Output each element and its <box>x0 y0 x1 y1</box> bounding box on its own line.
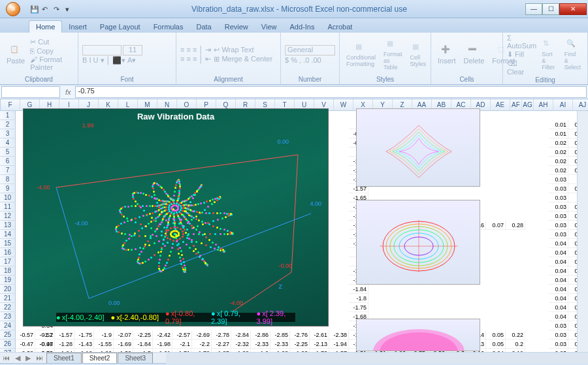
sheet-tab-1[interactable]: Sheet1 <box>46 353 82 363</box>
cell[interactable]: -1.94 <box>329 340 349 349</box>
row-header[interactable]: 27 <box>0 349 16 352</box>
cell[interactable]: -2.27 <box>212 340 231 349</box>
cell[interactable]: 0.2 <box>506 340 525 349</box>
tab-page-layout[interactable]: Page Layout <box>93 21 147 33</box>
cell[interactable]: -1.98 <box>153 340 172 349</box>
cell[interactable]: -2.84 <box>231 330 251 340</box>
close-button[interactable]: ✕ <box>559 3 587 15</box>
cell[interactable]: 0.04 <box>549 312 568 321</box>
cell[interactable]: 0.05 <box>486 340 506 349</box>
row-header[interactable]: 23 <box>0 312 16 321</box>
autosum-button[interactable]: Σ AutoSum <box>507 34 536 50</box>
cell[interactable]: -1.79 <box>192 349 212 352</box>
cell[interactable]: -2.78 <box>212 330 231 340</box>
cell[interactable]: 0.07 <box>486 221 506 230</box>
row-header[interactable]: 13 <box>0 221 16 230</box>
minimize-button[interactable]: — <box>525 3 542 15</box>
cell[interactable]: -1.9 <box>94 330 114 340</box>
row-header[interactable]: 10 <box>0 193 16 202</box>
office-button[interactable]: ⊞ <box>0 0 26 18</box>
col-header[interactable]: AJ <box>573 99 588 110</box>
cell[interactable]: -0.57 <box>16 330 35 340</box>
copy-button[interactable]: ⎘ Copy <box>30 47 74 55</box>
mini-chart-3[interactable] <box>356 319 480 351</box>
cell[interactable]: -1.89 <box>231 349 251 352</box>
conditional-formatting[interactable]: ▦Conditional Formatting <box>344 41 378 69</box>
cell[interactable]: 0.02 <box>549 157 568 166</box>
cell[interactable]: 0.04 <box>549 285 568 294</box>
sheet-nav-next[interactable]: ▶ <box>23 354 33 362</box>
cell[interactable]: -1.61 <box>153 349 172 352</box>
row-header[interactable]: 11 <box>0 202 16 212</box>
cell[interactable]: -1.9 <box>251 349 270 352</box>
cell[interactable]: -2.32 <box>231 340 251 349</box>
cell[interactable]: -2.33 <box>270 340 290 349</box>
cell[interactable]: -1.75 <box>74 330 94 340</box>
row-header[interactable]: 12 <box>0 212 16 221</box>
fx-icon[interactable]: fx <box>61 88 75 96</box>
cell-styles[interactable]: ▦Cell Styles <box>408 41 429 69</box>
cell[interactable]: -2.33 <box>251 340 270 349</box>
cell[interactable]: 0.03 <box>549 349 568 352</box>
cell[interactable]: 0.19 <box>506 349 525 352</box>
cell[interactable]: 0.03 <box>549 212 568 221</box>
cell[interactable]: -0.38 <box>16 349 35 352</box>
cell[interactable]: 0.03 <box>549 230 568 239</box>
cell[interactable]: 0.05 <box>486 330 506 340</box>
merge-center-button[interactable]: ⊞ Merge & Center <box>214 55 272 63</box>
clear-button[interactable]: ⌫ Clear <box>507 59 536 76</box>
worksheet-grid[interactable]: FGHIJKLMNOPQRSTUVWXYZAAABACADAEAFAGAHAIA… <box>0 99 588 352</box>
tab-view[interactable]: View <box>255 21 284 33</box>
cell[interactable]: 0.03 <box>549 321 568 330</box>
cell[interactable]: -2.85 <box>270 330 290 340</box>
formula-input[interactable]: -0.75 <box>75 86 587 98</box>
tab-acrobat[interactable]: Acrobat <box>321 21 359 33</box>
cell[interactable]: 0.03 <box>549 175 568 184</box>
cut-button[interactable]: ✂ Cut <box>30 38 74 46</box>
row-header[interactable]: 2 <box>0 120 16 129</box>
cell[interactable]: -0.79 <box>35 349 55 352</box>
cell[interactable]: -1.28 <box>55 340 74 349</box>
name-box[interactable] <box>1 86 60 98</box>
cell[interactable]: 0.04 <box>486 349 506 352</box>
cell[interactable]: -2.25 <box>290 340 310 349</box>
cell[interactable]: -1.75 <box>349 303 368 312</box>
row-header[interactable]: 6 <box>0 157 16 166</box>
sheet-tab-2[interactable]: Sheet2 <box>82 353 118 363</box>
cell[interactable]: -1.55 <box>94 340 114 349</box>
cell[interactable]: -1.2 <box>35 330 55 340</box>
cell[interactable]: 0.04 <box>549 248 568 257</box>
row-header[interactable]: 15 <box>0 239 16 248</box>
cell[interactable]: -2.38 <box>329 330 349 340</box>
qat-more-icon[interactable]: ▾ <box>65 5 73 13</box>
tab-home[interactable]: Home <box>29 20 62 33</box>
cell[interactable]: -1.26 <box>94 349 114 352</box>
tab-review[interactable]: Review <box>218 21 255 33</box>
row-header[interactable]: 4 <box>0 138 16 148</box>
redo-icon[interactable]: ↷ <box>54 5 61 13</box>
chart-3d-scatter[interactable]: Raw Vibration Data 1.99 0.00 -4.00 -4.00… <box>23 108 329 326</box>
row-header[interactable]: 24 <box>0 321 16 330</box>
col-header[interactable]: AF <box>510 99 522 110</box>
cell[interactable]: -1.88 <box>270 349 290 352</box>
col-header[interactable]: AI <box>553 99 573 110</box>
wrap-text-button[interactable]: ↩ Wrap Text <box>214 46 272 54</box>
col-header[interactable]: AH <box>534 99 553 110</box>
cell[interactable]: -1.57 <box>55 330 74 340</box>
delete-cells[interactable]: ➖Delete <box>461 44 487 66</box>
cell[interactable]: 0.03 <box>549 193 568 202</box>
undo-icon[interactable]: ↶ <box>42 5 50 13</box>
cell[interactable]: -1.71 <box>172 349 192 352</box>
cell[interactable]: -1.85 <box>212 349 231 352</box>
cell[interactable]: -1.16 <box>74 349 94 352</box>
format-painter-button[interactable]: 🖌 Format Painter <box>30 56 74 71</box>
cell[interactable]: 0.01 <box>549 129 568 138</box>
row-header[interactable]: 16 <box>0 248 16 257</box>
cell[interactable]: 0.03 <box>549 184 568 193</box>
row-header[interactable]: 8 <box>0 175 16 184</box>
cell[interactable]: 0.04 <box>549 257 568 266</box>
cell[interactable]: 0.04 <box>549 294 568 303</box>
row-header[interactable]: 14 <box>0 230 16 239</box>
sheet-nav-first[interactable]: ⏮ <box>0 354 12 362</box>
tab-formulas[interactable]: Formulas <box>147 21 190 33</box>
